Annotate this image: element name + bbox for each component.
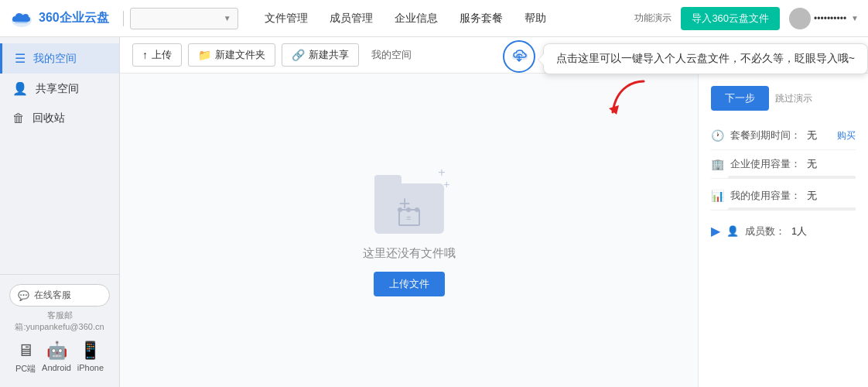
info-row-my-usage: 📊 我的使用容量： 无 [711,182,856,211]
upload-icon: ↑ [142,49,148,61]
tooltip-text: 点击这里可以一键导入个人云盘文件，不必久等，眨眼导入哦~ [556,52,855,64]
skip-demo-link[interactable]: 跳过演示 [775,92,812,105]
nav-divider [123,11,124,26]
new-folder-label: 新建文件夹 [215,48,265,62]
user-dropdown-arrow[interactable]: ▼ [851,14,859,22]
upload-label: 上传 [152,48,172,62]
platform-icons: 🖥 PC端 🤖 Android 📱 iPhone [9,333,110,378]
my-usage-bar [728,207,856,211]
my-usage-icon: 📊 [711,190,724,202]
member-label: 成员数： [745,224,785,238]
recycle-icon: 🗑 [12,111,25,125]
main-container: ☰ 我的空间 👤 共享空间 🗑 回收站 💬 在线客服 客服邮箱:yunpanke… [0,37,868,387]
search-input[interactable] [137,13,222,24]
new-share-icon: 🔗 [292,49,305,61]
member-arrow-icon: ▶ [711,224,720,238]
platform-pc-label: PC端 [15,363,36,375]
sidebar-item-recycle-label: 回收站 [32,111,65,125]
nav-enterprise-info[interactable]: 企业信息 [395,12,438,26]
cloud-sync-icon [511,49,528,64]
logo-area: 360企业云盘 [9,8,109,29]
platform-pc[interactable]: 🖥 PC端 [15,341,36,375]
sidebar-items: ☰ 我的空间 👤 共享空间 🗑 回收站 [0,37,119,274]
platform-iphone-label: iPhone [77,363,104,372]
new-share-button[interactable]: 🔗 新建共享 [282,43,359,67]
enterprise-usage-icon: 🏢 [711,158,724,170]
search-dropdown-arrow[interactable]: ▼ [224,14,231,22]
user-area[interactable]: •••••••••• ▼ [789,8,859,29]
nav-help[interactable]: 帮助 [525,12,546,26]
my-space-icon: ☰ [15,51,26,66]
enterprise-usage-bar [728,176,856,179]
service-icon: 💬 [18,290,29,301]
shared-space-icon: 👤 [12,81,28,96]
info-panel: 下一步 跳过演示 🕐 套餐到期时间： 无 购买 🏢 企业使用容量： 无 [698,74,868,387]
online-service-button[interactable]: 💬 在线客服 [9,284,110,307]
android-icon: 🤖 [46,341,67,361]
red-arrow-indicator [605,77,651,123]
nav-file-management[interactable]: 文件管理 [265,12,308,26]
enterprise-usage-value: 无 [807,157,817,171]
nav-service-plan[interactable]: 服务套餐 [460,12,503,26]
sidebar-item-recycle[interactable]: 🗑 回收站 [0,104,119,133]
service-email: 客服邮箱:yunpankefu@360.cn [9,310,110,333]
new-folder-icon: 📁 [198,49,211,61]
import-360cloud-button[interactable]: 导入360云盘文件 [681,7,780,30]
user-name: •••••••••• [814,13,846,24]
clock-icon: 🕐 [711,129,724,142]
my-usage-value: 无 [807,189,817,203]
member-row: ▶ 👤 成员数： 1人 [711,217,856,245]
toolbar: ↑ 上传 📁 新建文件夹 🔗 新建共享 我的空间 [120,37,868,74]
sidebar-bottom: 💬 在线客服 客服邮箱:yunpankefu@360.cn 🖥 PC端 🤖 An… [0,274,119,387]
nav-right-area: 功能演示 导入360云盘文件 •••••••••• ▼ [634,7,859,30]
nav-links: 文件管理 成员管理 企业信息 服务套餐 帮助 [265,12,635,26]
info-row-expire: 🕐 套餐到期时间： 无 购买 [711,122,856,150]
sidebar-item-shared-space-label: 共享空间 [36,82,79,96]
expire-label: 套餐到期时间： [730,128,801,142]
import-tooltip-bubble: 点击这里可以一键导入个人云盘文件，不必久等，眨眼导入哦~ [543,43,868,74]
platform-android-label: Android [42,363,71,372]
search-box[interactable]: ▼ [130,8,238,29]
content-area: ↑ 上传 📁 新建文件夹 🔗 新建共享 我的空间 [120,37,868,387]
folder-body: + ≡ [374,183,444,234]
new-share-label: 新建共享 [309,48,349,62]
empty-folder-icon: + ≡ + + [367,164,452,234]
import-cloud-icon-button[interactable] [503,40,535,73]
empty-text: 这里还没有文件哦 [363,246,456,261]
sidebar-item-my-space[interactable]: ☰ 我的空间 [0,43,119,74]
member-icon: 👤 [726,225,739,237]
avatar [789,8,811,29]
new-folder-button[interactable]: 📁 新建文件夹 [188,43,275,67]
member-value: 1人 [791,224,807,238]
top-navigation: 360企业云盘 ▼ 文件管理 成员管理 企业信息 服务套餐 帮助 功能演示 导入… [0,0,868,37]
platform-android[interactable]: 🤖 Android [42,341,71,375]
iphone-icon: 📱 [80,341,101,361]
logo-text: 360企业云盘 [39,10,109,26]
online-service-label: 在线客服 [34,289,71,302]
info-row-enterprise-usage: 🏢 企业使用容量： 无 [711,150,856,179]
enterprise-usage-label: 企业使用容量： [730,157,801,171]
nav-member-management[interactable]: 成员管理 [330,12,373,26]
sidebar-item-my-space-label: 我的空间 [33,52,77,66]
sidebar-item-shared-space[interactable]: 👤 共享空间 [0,74,119,104]
func-demo-button[interactable]: 功能演示 [634,12,672,25]
pc-icon: 🖥 [17,341,34,361]
nextstep-area: 下一步 跳过演示 [711,86,856,111]
nextstep-button[interactable]: 下一步 [711,86,769,111]
upload-button[interactable]: ↑ 上传 [132,43,182,67]
upload-file-button[interactable]: 上传文件 [374,272,445,296]
breadcrumb: 我的空间 [371,45,412,65]
buy-link[interactable]: 购买 [837,129,856,142]
cloud-logo-icon [9,8,34,29]
expire-value: 无 [807,128,817,142]
import-tooltip-container: 点击这里可以一键导入个人云盘文件，不必久等，眨眼导入哦~ [503,40,868,74]
platform-iphone[interactable]: 📱 iPhone [77,341,104,375]
sidebar: ☰ 我的空间 👤 共享空间 🗑 回收站 💬 在线客服 客服邮箱:yunpanke… [0,37,120,387]
file-area: + ≡ + + 这里还没有文件哦 [120,74,868,387]
my-usage-label: 我的使用容量： [730,189,801,203]
